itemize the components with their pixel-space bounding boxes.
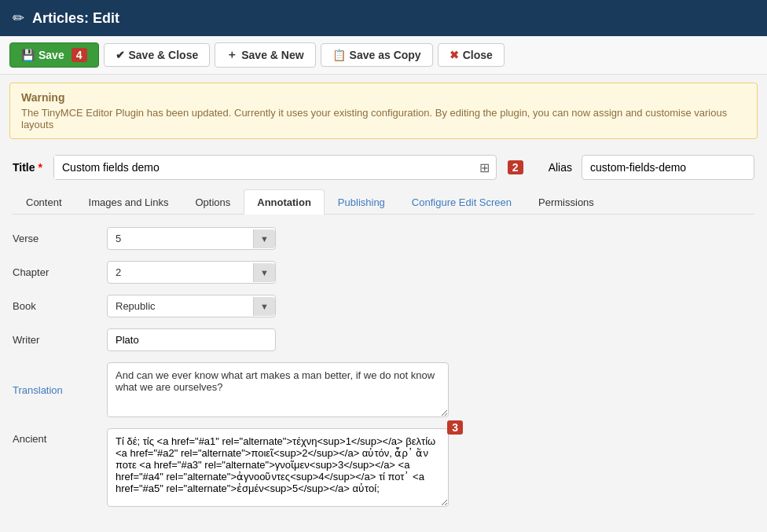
title-label: Title *: [13, 161, 44, 174]
page-title: Articles: Edit: [32, 10, 119, 27]
title-options-button[interactable]: ⊞: [473, 160, 496, 175]
close-button[interactable]: ✖ Close: [438, 43, 505, 67]
save-icon: 💾: [21, 49, 35, 61]
warning-title: Warning: [21, 91, 746, 104]
verse-label: Verse: [13, 233, 107, 244]
translation-textarea[interactable]: And can we ever know what art makes a ma…: [107, 362, 449, 417]
book-label: Book: [13, 300, 107, 312]
badge-4: 4: [72, 48, 87, 62]
tabs: Content Images and Links Options Annotat…: [13, 189, 754, 215]
alias-input[interactable]: [582, 155, 754, 180]
book-value: Republic: [108, 295, 253, 317]
tab-annotation[interactable]: Annotation: [244, 189, 325, 215]
chapter-label: Chapter: [13, 266, 107, 278]
book-select[interactable]: Republic ▼: [107, 295, 276, 317]
chapter-value: 2: [108, 262, 253, 283]
tab-images-links[interactable]: Images and Links: [75, 189, 182, 215]
tab-configure-edit-screen[interactable]: Configure Edit Screen: [398, 189, 525, 215]
save-copy-button[interactable]: 📋 Save as Copy: [321, 43, 433, 67]
translation-row: Translation And can we ever know what ar…: [13, 362, 754, 417]
chapter-row: Chapter 2 ▼: [13, 261, 754, 284]
save-close-button[interactable]: ✔ Save & Close: [104, 43, 211, 67]
save-new-button[interactable]: ＋ Save & New: [215, 42, 315, 68]
badge-2: 2: [508, 160, 523, 174]
writer-input[interactable]: [107, 328, 276, 351]
toolbar: 💾 Save 4 ✔ Save & Close ＋ Save & New 📋 S…: [0, 36, 767, 75]
warning-text: The TinyMCE Editor Plugin has been updat…: [21, 107, 746, 130]
chapter-select[interactable]: 2 ▼: [107, 261, 276, 284]
verse-value: 5: [108, 228, 253, 249]
warning-box: Warning The TinyMCE Editor Plugin has be…: [9, 83, 758, 139]
copy-icon: 📋: [332, 49, 346, 61]
ancient-label: Ancient: [13, 428, 107, 445]
writer-row: Writer: [13, 328, 754, 351]
verse-row: Verse 5 ▼: [13, 227, 754, 250]
book-dropdown-arrow[interactable]: ▼: [253, 297, 275, 316]
edit-icon: ✏: [13, 9, 24, 27]
tab-permissions[interactable]: Permissions: [525, 189, 607, 215]
translation-label: Translation: [13, 384, 107, 396]
plus-icon: ＋: [226, 48, 237, 62]
verse-dropdown-arrow[interactable]: ▼: [253, 229, 275, 248]
badge-3: 3: [447, 420, 463, 435]
tab-content[interactable]: Content: [13, 189, 75, 215]
main-content: Title * ⊞ 2 Alias Content Images and Lin…: [0, 147, 767, 528]
close-icon: ✖: [450, 49, 459, 61]
check-icon: ✔: [116, 49, 125, 61]
title-input-wrap: ⊞: [53, 155, 497, 180]
tab-publishing[interactable]: Publishing: [325, 189, 398, 215]
writer-label: Writer: [13, 334, 107, 346]
title-input[interactable]: [54, 156, 473, 179]
alias-label: Alias: [549, 161, 572, 174]
ancient-row: Ancient Τί δέ; τίς <a href="#a1" rel="al…: [13, 428, 754, 509]
book-row: Book Republic ▼: [13, 295, 754, 317]
page-header: ✏ Articles: Edit: [0, 0, 767, 36]
tab-options[interactable]: Options: [182, 189, 244, 215]
ancient-textarea[interactable]: Τί δέ; τίς <a href="#a1" rel="alternate"…: [107, 428, 449, 507]
verse-select[interactable]: 5 ▼: [107, 227, 276, 250]
title-row: Title * ⊞ 2 Alias: [13, 155, 754, 180]
save-button[interactable]: 💾 Save 4: [9, 42, 99, 68]
chapter-dropdown-arrow[interactable]: ▼: [253, 263, 275, 282]
